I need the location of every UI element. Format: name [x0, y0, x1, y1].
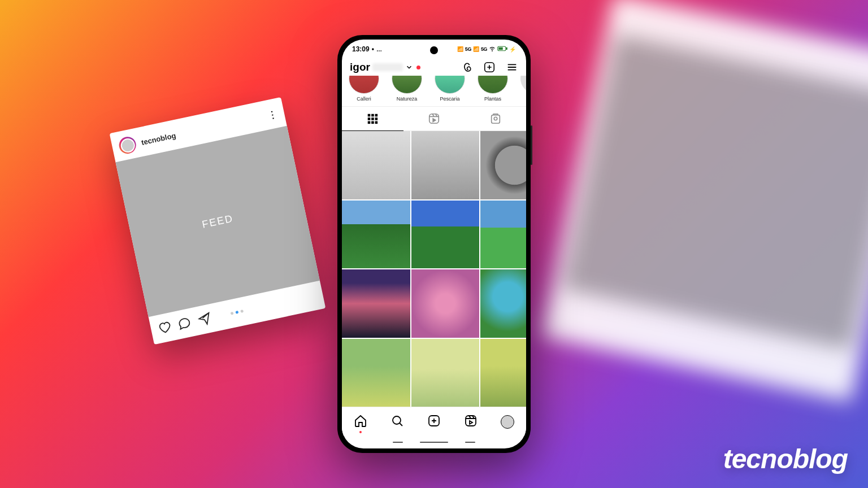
grid-photo[interactable] — [411, 339, 480, 407]
highlight-item[interactable]: Calleri — [346, 79, 381, 102]
tecnoblog-watermark: tecnoblog — [723, 443, 848, 474]
grid-photo[interactable] — [411, 269, 480, 338]
highlight-label: Plantas — [484, 96, 501, 102]
hamburger-menu-icon[interactable] — [506, 61, 518, 73]
svg-rect-11 — [371, 121, 374, 124]
signal-bars-icon-2: 📶 — [473, 46, 479, 52]
svg-rect-7 — [368, 117, 371, 120]
phone-mockup: 13:09 • … 📶 5G 📶 5G ⚡ igor — [337, 35, 531, 453]
signal-bars-icon: 📶 — [457, 46, 463, 52]
highlight-item[interactable]: Plantas — [475, 79, 510, 102]
profile-header: igor — [342, 59, 526, 76]
nav-profile-avatar[interactable] — [501, 415, 514, 429]
threads-icon[interactable] — [461, 61, 473, 73]
grid-photo[interactable] — [480, 339, 526, 407]
grid-photo[interactable] — [411, 201, 480, 269]
home-icon — [354, 414, 367, 428]
battery-icon — [497, 46, 507, 53]
share-icon[interactable] — [196, 311, 212, 326]
svg-rect-1 — [506, 48, 507, 50]
camera-punch-hole — [430, 46, 438, 54]
gesture-pill — [393, 442, 403, 443]
nav-create[interactable] — [427, 414, 441, 430]
nav-home[interactable] — [354, 414, 367, 430]
network-label-1: 5G — [465, 46, 471, 52]
svg-rect-9 — [375, 117, 378, 120]
grid-photo[interactable] — [480, 269, 526, 338]
dot — [240, 310, 244, 313]
username-switcher[interactable]: igor — [350, 61, 420, 73]
post-more-icon[interactable]: ⋯ — [267, 108, 279, 120]
status-time: 13:09 — [352, 45, 370, 53]
tab-grid[interactable] — [342, 107, 403, 131]
highlight-item[interactable]: N — [518, 79, 526, 102]
gesture-pill — [420, 442, 448, 443]
profile-photo-grid — [342, 131, 526, 407]
grid-photo[interactable] — [342, 201, 410, 269]
grid-photo[interactable] — [480, 201, 526, 269]
grid-photo[interactable] — [480, 131, 526, 199]
highlight-label: Natureza — [397, 96, 418, 102]
phone-screen: 13:09 • … 📶 5G 📶 5G ⚡ igor — [342, 40, 526, 448]
heart-icon[interactable] — [157, 319, 172, 335]
tagged-icon — [489, 112, 502, 125]
highlight-cover — [478, 76, 508, 94]
svg-point-15 — [494, 117, 497, 120]
highlight-cover — [520, 76, 526, 94]
grid-photo[interactable] — [342, 269, 410, 338]
network-label-2: 5G — [481, 46, 487, 52]
status-more-icon: … — [376, 46, 382, 53]
charging-icon: ⚡ — [509, 46, 516, 53]
grid-photo[interactable] — [342, 339, 410, 407]
highlight-cover — [392, 76, 422, 94]
profile-username: igor — [350, 61, 370, 73]
tab-tagged[interactable] — [465, 107, 526, 130]
notification-dot-icon — [416, 66, 420, 69]
create-post-icon[interactable] — [483, 61, 496, 73]
reels-icon — [428, 112, 440, 125]
nav-reels[interactable] — [464, 414, 478, 430]
dot-active — [235, 310, 238, 313]
highlight-item[interactable]: Pescaria — [432, 79, 467, 102]
grid-photo[interactable] — [342, 131, 410, 199]
background-post-card-blurred — [541, 0, 868, 402]
post-avatar-ring[interactable] — [118, 135, 138, 155]
nav-search[interactable] — [390, 414, 404, 430]
grid-photo[interactable] — [411, 131, 480, 199]
highlight-cover — [349, 76, 379, 94]
svg-rect-13 — [429, 114, 439, 124]
highlight-item[interactable]: Natureza — [389, 79, 424, 102]
search-icon — [390, 414, 404, 428]
bottom-navigation — [342, 407, 526, 436]
profile-tabs — [342, 106, 526, 131]
username-blurred-part — [372, 63, 403, 71]
svg-point-16 — [393, 416, 401, 424]
story-highlights-row[interactable]: Calleri Natureza Pescaria Plantas N — [342, 76, 526, 106]
svg-rect-2 — [499, 47, 504, 50]
gesture-navigation-bar — [342, 436, 526, 448]
comment-icon[interactable] — [176, 315, 192, 331]
gesture-pill — [465, 442, 475, 443]
svg-rect-12 — [375, 121, 378, 124]
svg-rect-5 — [371, 114, 374, 117]
instagram-post-card: tecnoblog ⋯ FEED — [110, 97, 326, 345]
svg-rect-10 — [368, 121, 371, 124]
post-avatar — [119, 137, 136, 154]
wifi-icon — [489, 45, 496, 53]
post-image-label: FEED — [201, 212, 235, 230]
grid-icon — [366, 112, 379, 125]
svg-rect-18 — [466, 416, 476, 426]
blurred-post-image — [563, 34, 868, 350]
tab-reels[interactable] — [403, 107, 465, 130]
highlight-cover — [435, 76, 465, 94]
carousel-dots — [231, 310, 244, 315]
chevron-down-icon — [405, 63, 413, 71]
dot — [231, 311, 234, 315]
svg-rect-6 — [375, 114, 378, 117]
reels-nav-icon — [464, 414, 478, 428]
svg-rect-14 — [491, 115, 500, 124]
plus-square-icon — [427, 414, 441, 428]
post-username[interactable]: tecnoblog — [141, 131, 177, 147]
highlight-label: Pescaria — [440, 96, 459, 102]
svg-rect-4 — [368, 114, 371, 117]
